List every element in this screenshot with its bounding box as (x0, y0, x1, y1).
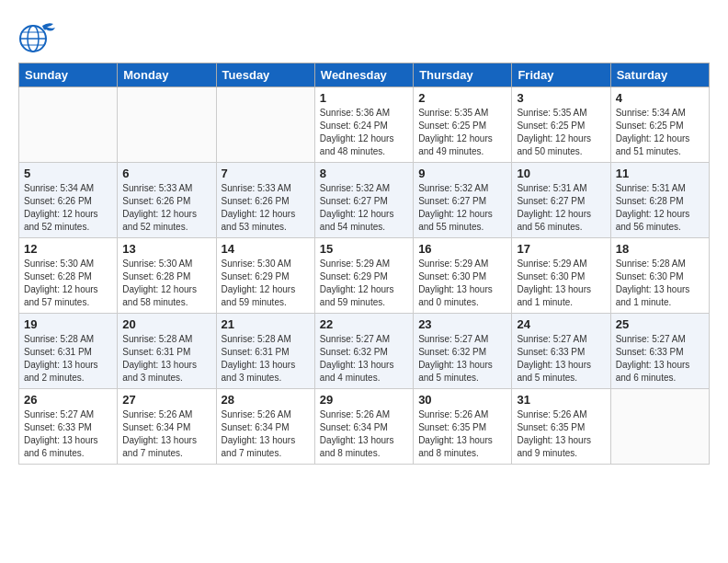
day-number: 3 (517, 91, 605, 105)
calendar-cell: 10Sunrise: 5:31 AM Sunset: 6:27 PM Dayli… (512, 163, 610, 238)
calendar-cell (19, 87, 118, 163)
day-info: Sunrise: 5:27 AM Sunset: 6:33 PM Dayligh… (616, 333, 704, 385)
day-info: Sunrise: 5:30 AM Sunset: 6:29 PM Dayligh… (222, 258, 310, 309)
day-number: 28 (222, 393, 310, 407)
day-info: Sunrise: 5:32 AM Sunset: 6:27 PM Dayligh… (418, 182, 506, 234)
weekday-header-sunday: Sunday (19, 63, 118, 87)
day-number: 15 (320, 242, 408, 256)
calendar-cell: 31Sunrise: 5:26 AM Sunset: 6:35 PM Dayli… (512, 389, 610, 465)
calendar-cell: 3Sunrise: 5:35 AM Sunset: 6:25 PM Daylig… (512, 87, 610, 163)
calendar-cell: 30Sunrise: 5:26 AM Sunset: 6:35 PM Dayli… (414, 389, 512, 465)
weekday-header-monday: Monday (118, 63, 216, 87)
day-number: 21 (222, 317, 310, 331)
weekday-header-tuesday: Tuesday (216, 63, 314, 87)
calendar-week-3: 12Sunrise: 5:30 AM Sunset: 6:28 PM Dayli… (19, 238, 710, 314)
calendar-cell: 1Sunrise: 5:36 AM Sunset: 6:24 PM Daylig… (314, 87, 413, 163)
day-info: Sunrise: 5:29 AM Sunset: 6:29 PM Dayligh… (320, 258, 408, 309)
day-number: 11 (616, 167, 704, 180)
day-number: 27 (122, 393, 210, 407)
day-info: Sunrise: 5:31 AM Sunset: 6:28 PM Dayligh… (616, 182, 704, 234)
day-info: Sunrise: 5:35 AM Sunset: 6:25 PM Dayligh… (517, 107, 605, 158)
day-info: Sunrise: 5:29 AM Sunset: 6:30 PM Dayligh… (517, 258, 605, 309)
day-info: Sunrise: 5:34 AM Sunset: 6:25 PM Dayligh… (616, 107, 704, 158)
calendar-cell: 26Sunrise: 5:27 AM Sunset: 6:33 PM Dayli… (19, 389, 118, 465)
day-info: Sunrise: 5:28 AM Sunset: 6:31 PM Dayligh… (24, 333, 112, 385)
day-info: Sunrise: 5:28 AM Sunset: 6:30 PM Dayligh… (616, 258, 704, 309)
day-number: 10 (517, 167, 605, 180)
day-info: Sunrise: 5:33 AM Sunset: 6:26 PM Dayligh… (222, 182, 310, 234)
day-info: Sunrise: 5:34 AM Sunset: 6:26 PM Dayligh… (24, 182, 112, 234)
calendar-week-2: 5Sunrise: 5:34 AM Sunset: 6:26 PM Daylig… (19, 163, 710, 238)
day-info: Sunrise: 5:29 AM Sunset: 6:30 PM Dayligh… (418, 258, 506, 309)
calendar-week-1: 1Sunrise: 5:36 AM Sunset: 6:24 PM Daylig… (19, 87, 710, 163)
day-number: 7 (222, 167, 310, 180)
day-number: 12 (24, 242, 112, 256)
calendar-cell: 24Sunrise: 5:27 AM Sunset: 6:33 PM Dayli… (512, 314, 610, 389)
calendar-cell: 27Sunrise: 5:26 AM Sunset: 6:34 PM Dayli… (118, 389, 216, 465)
day-number: 20 (122, 317, 210, 331)
logo (18, 18, 63, 53)
day-number: 1 (320, 91, 408, 105)
day-info: Sunrise: 5:26 AM Sunset: 6:35 PM Dayligh… (517, 408, 605, 460)
calendar-cell: 2Sunrise: 5:35 AM Sunset: 6:25 PM Daylig… (414, 87, 512, 163)
page-header (18, 18, 710, 53)
day-info: Sunrise: 5:31 AM Sunset: 6:27 PM Dayligh… (517, 182, 605, 234)
day-number: 19 (24, 317, 112, 331)
day-info: Sunrise: 5:26 AM Sunset: 6:35 PM Dayligh… (418, 408, 506, 460)
calendar-table: SundayMondayTuesdayWednesdayThursdayFrid… (18, 63, 710, 465)
day-info: Sunrise: 5:28 AM Sunset: 6:31 PM Dayligh… (122, 333, 210, 385)
calendar-cell: 9Sunrise: 5:32 AM Sunset: 6:27 PM Daylig… (414, 163, 512, 238)
day-number: 23 (418, 317, 506, 331)
calendar-cell: 22Sunrise: 5:27 AM Sunset: 6:32 PM Dayli… (314, 314, 413, 389)
day-info: Sunrise: 5:26 AM Sunset: 6:34 PM Dayligh… (122, 408, 210, 460)
calendar-week-5: 26Sunrise: 5:27 AM Sunset: 6:33 PM Dayli… (19, 389, 710, 465)
day-info: Sunrise: 5:35 AM Sunset: 6:25 PM Dayligh… (418, 107, 506, 158)
day-info: Sunrise: 5:26 AM Sunset: 6:34 PM Dayligh… (222, 408, 310, 460)
day-number: 18 (616, 242, 704, 256)
calendar-cell: 20Sunrise: 5:28 AM Sunset: 6:31 PM Dayli… (118, 314, 216, 389)
calendar-cell: 28Sunrise: 5:26 AM Sunset: 6:34 PM Dayli… (216, 389, 314, 465)
day-info: Sunrise: 5:33 AM Sunset: 6:26 PM Dayligh… (122, 182, 210, 234)
day-number: 9 (418, 167, 506, 180)
day-number: 31 (517, 393, 605, 407)
day-info: Sunrise: 5:32 AM Sunset: 6:27 PM Dayligh… (320, 182, 408, 234)
day-info: Sunrise: 5:30 AM Sunset: 6:28 PM Dayligh… (24, 258, 112, 309)
day-number: 25 (616, 317, 704, 331)
day-info: Sunrise: 5:30 AM Sunset: 6:28 PM Dayligh… (122, 258, 210, 309)
calendar-cell: 15Sunrise: 5:29 AM Sunset: 6:29 PM Dayli… (314, 238, 413, 314)
day-info: Sunrise: 5:27 AM Sunset: 6:33 PM Dayligh… (517, 333, 605, 385)
day-number: 24 (517, 317, 605, 331)
day-number: 17 (517, 242, 605, 256)
calendar-cell: 8Sunrise: 5:32 AM Sunset: 6:27 PM Daylig… (314, 163, 413, 238)
calendar-cell: 18Sunrise: 5:28 AM Sunset: 6:30 PM Dayli… (610, 238, 709, 314)
day-info: Sunrise: 5:27 AM Sunset: 6:32 PM Dayligh… (418, 333, 506, 385)
calendar-cell (216, 87, 314, 163)
calendar-cell: 5Sunrise: 5:34 AM Sunset: 6:26 PM Daylig… (19, 163, 118, 238)
day-number: 6 (122, 167, 210, 180)
day-number: 13 (122, 242, 210, 256)
day-number: 14 (222, 242, 310, 256)
calendar-cell: 7Sunrise: 5:33 AM Sunset: 6:26 PM Daylig… (216, 163, 314, 238)
calendar-cell: 12Sunrise: 5:30 AM Sunset: 6:28 PM Dayli… (19, 238, 118, 314)
day-info: Sunrise: 5:36 AM Sunset: 6:24 PM Dayligh… (320, 107, 408, 158)
day-number: 22 (320, 317, 408, 331)
day-number: 26 (24, 393, 112, 407)
calendar-cell: 13Sunrise: 5:30 AM Sunset: 6:28 PM Dayli… (118, 238, 216, 314)
calendar-cell: 19Sunrise: 5:28 AM Sunset: 6:31 PM Dayli… (19, 314, 118, 389)
weekday-header-saturday: Saturday (610, 63, 709, 87)
calendar-cell: 16Sunrise: 5:29 AM Sunset: 6:30 PM Dayli… (414, 238, 512, 314)
calendar-cell: 25Sunrise: 5:27 AM Sunset: 6:33 PM Dayli… (610, 314, 709, 389)
day-number: 30 (418, 393, 506, 407)
calendar-cell (118, 87, 216, 163)
day-number: 2 (418, 91, 506, 105)
calendar-cell: 11Sunrise: 5:31 AM Sunset: 6:28 PM Dayli… (610, 163, 709, 238)
day-info: Sunrise: 5:27 AM Sunset: 6:33 PM Dayligh… (24, 408, 112, 460)
day-info: Sunrise: 5:27 AM Sunset: 6:32 PM Dayligh… (320, 333, 408, 385)
weekday-header-friday: Friday (512, 63, 610, 87)
day-number: 29 (320, 393, 408, 407)
weekday-header-wednesday: Wednesday (314, 63, 413, 87)
day-number: 16 (418, 242, 506, 256)
calendar-cell (610, 389, 709, 465)
calendar-cell: 17Sunrise: 5:29 AM Sunset: 6:30 PM Dayli… (512, 238, 610, 314)
calendar-cell: 14Sunrise: 5:30 AM Sunset: 6:29 PM Dayli… (216, 238, 314, 314)
